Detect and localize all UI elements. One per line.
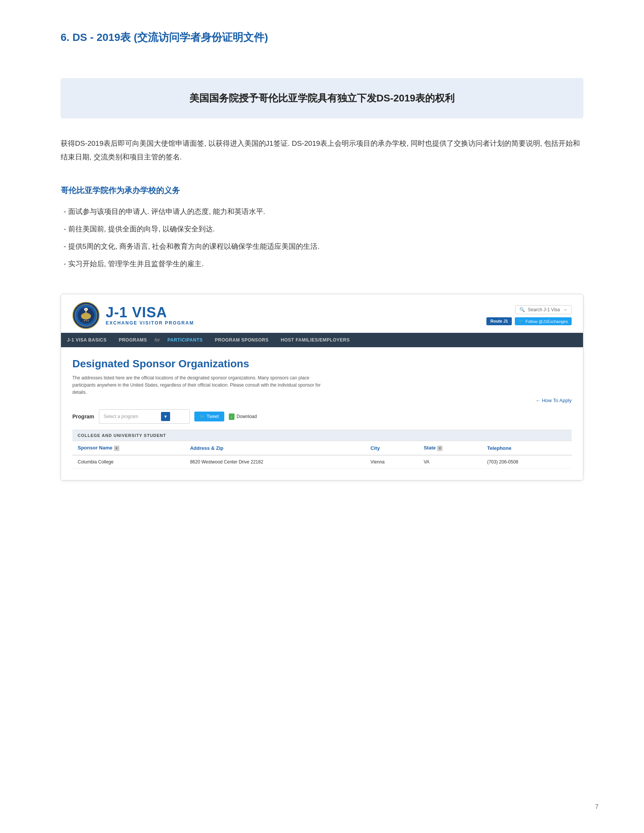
table-row: Columbia College8620 Westwood Center Dri… (72, 455, 572, 469)
table-cell-sponsor: Columbia College (72, 455, 185, 469)
svg-point-6 (85, 309, 87, 310)
highlight-box: 美国国务院授予哥伦比亚学院具有独立下发DS-2019表的权利 (61, 78, 583, 119)
program-select[interactable]: Select a program ▼ (99, 409, 190, 424)
sub-section: 哥伦比亚学院作为承办学校的义务 - 面试参与该项目的申请人. 评估申请人的态度,… (61, 185, 583, 271)
visa-page-title: Designated Sponsor Organizations (72, 358, 572, 370)
visa-title-subtitle: EXCHANGE VISITOR PROGRAM (106, 320, 194, 326)
page-number: 7 (595, 804, 599, 810)
download-icon: ↓ (229, 413, 235, 420)
highlight-box-text: 美国国务院授予哥伦比亚学院具有独立下发DS-2019表的权利 (189, 92, 455, 104)
svg-text:★★★: ★★★ (83, 320, 89, 322)
visa-nav-item-program-sponsors[interactable]: PROGRAM SPONSORS (209, 333, 275, 347)
visa-nav-for: for (153, 333, 161, 347)
table-cell-city: Vienna (365, 455, 418, 469)
visa-main: Designated Sponsor Organizations The add… (61, 347, 583, 481)
visa-nav-item-j-1-visa-basics[interactable]: J-1 VISA BASICS (61, 333, 113, 347)
visa-logo-area: ★★★ J-1 VISA EXCHANGE VISITOR PROGRAM (72, 302, 194, 329)
table-header-state[interactable]: State▼ (418, 441, 482, 455)
body-paragraph: 获得DS-2019表后即可向美国大使馆申请面签, 以获得进入美国的J1签证. D… (61, 137, 583, 164)
sub-section-title: 哥伦比亚学院作为承办学校的义务 (61, 185, 583, 196)
visa-right-header: 🔍 Search J-1 Visa → Route J1 🐦 Follow @J… (486, 305, 572, 325)
table-header-telephone[interactable]: Telephone (482, 441, 572, 455)
visa-nav-item-participants[interactable]: PARTICIPANTS (161, 333, 209, 347)
search-icon: 🔍 (519, 307, 525, 312)
tweet-icon: 🐦 (200, 414, 205, 419)
visa-screenshot: ★★★ J-1 VISA EXCHANGE VISITOR PROGRAM 🔍 … (61, 294, 583, 481)
visa-header: ★★★ J-1 VISA EXCHANGE VISITOR PROGRAM 🔍 … (61, 294, 583, 333)
route-button[interactable]: Route J1 (486, 317, 511, 325)
sort-icon[interactable]: ▼ (114, 445, 119, 451)
visa-nav-item-programs[interactable]: PROGRAMS (113, 333, 153, 347)
visa-title-block: J-1 VISA EXCHANGE VISITOR PROGRAM (106, 305, 194, 326)
table-cell-telephone: (703) 206-0508 (482, 455, 572, 469)
download-button[interactable]: ↓ Download (229, 413, 257, 420)
table-cell-address: 8620 Westwood Center Drive 22182 (185, 455, 365, 469)
list-item: - 前往美国前, 提供全面的向导, 以确保安全到达. (61, 222, 583, 236)
search-arrow-icon: → (563, 307, 567, 312)
program-select-placeholder: Select a program (104, 414, 138, 419)
visa-nav: J-1 VISA BASICSPROGRAMSforPARTICIPANTSPR… (61, 333, 583, 347)
sort-icon[interactable]: ▼ (437, 445, 443, 451)
visa-nav-item-host-families/employers[interactable]: HOST FAMILIES/EMPLOYERS (275, 333, 356, 347)
us-seal-icon: ★★★ (72, 302, 100, 329)
visa-title-j1: J-1 VISA (106, 305, 194, 320)
table-header-address-&-zip[interactable]: Address & Zip (185, 441, 365, 455)
header-buttons: Route J1 🐦 Follow @J1Exchanges (486, 317, 572, 325)
tweet-button[interactable]: 🐦 Tweet (194, 412, 224, 421)
twitter-button[interactable]: 🐦 Follow @J1Exchanges (515, 317, 572, 325)
sponsor-table: Sponsor Name▼Address & ZipCityState▼Tele… (72, 441, 572, 469)
program-row: Program Select a program ▼ 🐦 Tweet ↓ Dow… (72, 409, 572, 424)
visa-search-bar[interactable]: 🔍 Search J-1 Visa → (515, 305, 572, 314)
college-section-header: COLLEGE AND UNIVERSITY STUDENT (72, 430, 572, 441)
visa-description: The addresses listed here are the offici… (72, 375, 330, 396)
list-item: - 实习开始后, 管理学生并且监督学生的雇主. (61, 257, 583, 271)
list-item: - 提供5周的文化, 商务语言, 社会和教育方向的课程以确保学生能适应美国的生活… (61, 240, 583, 253)
select-dropdown-arrow: ▼ (161, 412, 170, 421)
list-container: - 面试参与该项目的申请人. 评估申请人的态度, 能力和英语水平.- 前往美国前… (61, 205, 583, 271)
list-item: - 面试参与该项目的申请人. 评估申请人的态度, 能力和英语水平. (61, 205, 583, 219)
svg-point-3 (81, 313, 91, 320)
search-placeholder: Search J-1 Visa (528, 307, 560, 312)
table-cell-state: VA (418, 455, 482, 469)
how-to-apply-link[interactable]: How To Apply (72, 397, 572, 403)
table-header-sponsor-name[interactable]: Sponsor Name▼ (72, 441, 185, 455)
section-title: 6. DS - 2019表 (交流访问学者身份证明文件) (61, 30, 268, 45)
program-label: Program (72, 413, 94, 420)
twitter-icon: 🐦 (518, 319, 524, 324)
table-header-city[interactable]: City (365, 441, 418, 455)
